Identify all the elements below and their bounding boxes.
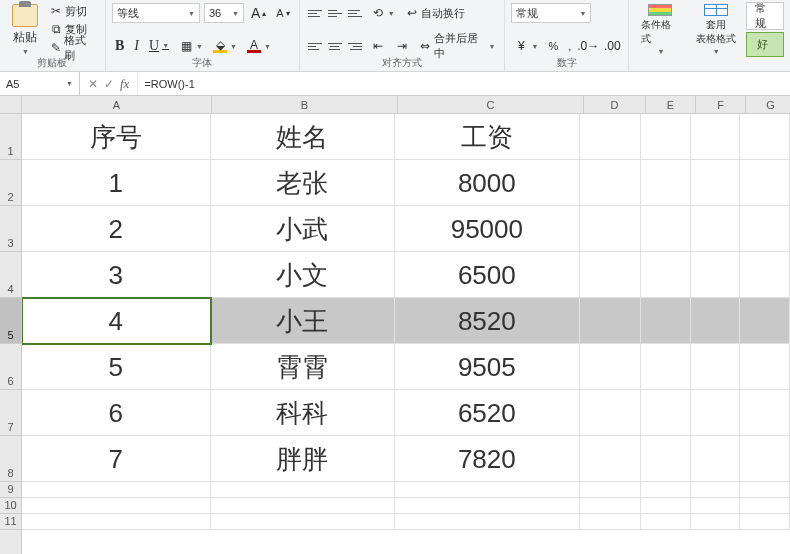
row-header-3[interactable]: 3: [0, 206, 21, 252]
border-button[interactable]: ▦ ▼: [176, 37, 206, 55]
cell-B7[interactable]: 科科: [211, 390, 396, 436]
percent-button[interactable]: %: [545, 37, 561, 55]
cell-A2[interactable]: 1: [22, 160, 211, 206]
cell-E4[interactable]: [641, 252, 691, 298]
column-header-B[interactable]: B: [212, 96, 398, 113]
align-middle-button[interactable]: [326, 5, 344, 21]
cell-E7[interactable]: [641, 390, 691, 436]
cell-D7[interactable]: [580, 390, 642, 436]
conditional-format-button[interactable]: 条件格式 ▼: [635, 2, 685, 57]
cell-C8[interactable]: 7820: [395, 436, 580, 482]
cell-E5[interactable]: [641, 298, 691, 344]
cell-C6[interactable]: 9505: [395, 344, 580, 390]
cell-G11[interactable]: [740, 514, 790, 530]
cell-C9[interactable]: [395, 482, 580, 498]
increase-decimal-button[interactable]: .0→: [578, 37, 598, 55]
cancel-formula-icon[interactable]: ✕: [88, 77, 98, 91]
cell-D11[interactable]: [580, 514, 642, 530]
cell-A6[interactable]: 5: [22, 344, 211, 390]
row-header-8[interactable]: 8: [0, 436, 21, 482]
row-header-1[interactable]: 1: [0, 114, 21, 160]
column-header-C[interactable]: C: [398, 96, 584, 113]
cell-A8[interactable]: 7: [22, 436, 211, 482]
cell-F5[interactable]: [691, 298, 741, 344]
align-top-button[interactable]: [306, 5, 324, 21]
cell-F2[interactable]: [691, 160, 741, 206]
cell-E10[interactable]: [641, 498, 691, 514]
row-header-2[interactable]: 2: [0, 160, 21, 206]
cell-F1[interactable]: [691, 114, 741, 160]
decrease-font-button[interactable]: A ▾: [273, 4, 292, 22]
cell-F7[interactable]: [691, 390, 741, 436]
cell-C11[interactable]: [395, 514, 580, 530]
cell-C2[interactable]: 8000: [395, 160, 580, 206]
row-header-5[interactable]: 5: [0, 298, 21, 344]
cell-A4[interactable]: 3: [22, 252, 211, 298]
cell-G2[interactable]: [740, 160, 790, 206]
cell-G1[interactable]: [740, 114, 790, 160]
cell-D8[interactable]: [580, 436, 642, 482]
cell-E9[interactable]: [641, 482, 691, 498]
cell-E1[interactable]: [641, 114, 691, 160]
cell-G7[interactable]: [740, 390, 790, 436]
cell-E6[interactable]: [641, 344, 691, 390]
wrap-text-button[interactable]: ↩ 自动换行: [402, 4, 468, 22]
align-bottom-button[interactable]: [346, 5, 364, 21]
cell-G5[interactable]: [740, 298, 790, 344]
cell-E3[interactable]: [641, 206, 691, 252]
cell-style-normal[interactable]: 常规: [746, 2, 784, 30]
cell-A11[interactable]: [22, 514, 211, 530]
cell-style-good[interactable]: 好: [746, 32, 784, 57]
cell-G4[interactable]: [740, 252, 790, 298]
cell-G6[interactable]: [740, 344, 790, 390]
cell-G10[interactable]: [740, 498, 790, 514]
cell-F9[interactable]: [691, 482, 741, 498]
cell-B4[interactable]: 小文: [211, 252, 396, 298]
comma-button[interactable]: ,: [565, 37, 574, 55]
row-header-6[interactable]: 6: [0, 344, 21, 390]
cell-E2[interactable]: [641, 160, 691, 206]
cell-B6[interactable]: 霄霄: [211, 344, 396, 390]
row-header-11[interactable]: 11: [0, 514, 21, 530]
fill-color-button[interactable]: ⬙ ▼: [210, 37, 240, 55]
column-header-G[interactable]: G: [746, 96, 790, 113]
increase-font-button[interactable]: A ▴: [248, 4, 269, 22]
accept-formula-icon[interactable]: ✓: [104, 77, 114, 91]
cell-D1[interactable]: [580, 114, 642, 160]
underline-button[interactable]: U ▼: [146, 37, 172, 55]
cell-D9[interactable]: [580, 482, 642, 498]
select-all-corner[interactable]: [0, 96, 22, 114]
row-header-9[interactable]: 9: [0, 482, 21, 498]
font-size-select[interactable]: 36 ▼: [204, 3, 244, 23]
cell-F10[interactable]: [691, 498, 741, 514]
cell-C10[interactable]: [395, 498, 580, 514]
number-format-select[interactable]: 常规 ▼: [511, 3, 591, 23]
cell-B2[interactable]: 老张: [211, 160, 396, 206]
row-header-7[interactable]: 7: [0, 390, 21, 436]
bold-button[interactable]: B: [112, 37, 127, 55]
cell-A10[interactable]: [22, 498, 211, 514]
cells-area[interactable]: 序号姓名工资1老张80002小武950003小文65004小王85205霄霄95…: [22, 114, 790, 530]
cell-A1[interactable]: 序号: [22, 114, 211, 160]
formula-input[interactable]: =ROW()-1: [138, 76, 790, 92]
italic-button[interactable]: I: [131, 37, 142, 55]
name-box[interactable]: A5 ▼: [0, 72, 80, 95]
cell-B8[interactable]: 胖胖: [211, 436, 396, 482]
cell-B5[interactable]: 小王: [211, 298, 396, 344]
cell-C1[interactable]: 工资: [395, 114, 580, 160]
cell-D4[interactable]: [580, 252, 642, 298]
cell-B10[interactable]: [211, 498, 396, 514]
font-color-button[interactable]: A ▼: [244, 37, 274, 55]
cell-A5[interactable]: 4: [22, 298, 211, 344]
cell-E11[interactable]: [641, 514, 691, 530]
cell-A3[interactable]: 2: [22, 206, 211, 252]
cell-F3[interactable]: [691, 206, 741, 252]
decrease-decimal-button[interactable]: .00: [602, 37, 622, 55]
cut-button[interactable]: ✂ 剪切: [46, 2, 99, 20]
cell-D10[interactable]: [580, 498, 642, 514]
cell-C3[interactable]: 95000: [395, 206, 580, 252]
cell-E8[interactable]: [641, 436, 691, 482]
column-header-D[interactable]: D: [584, 96, 646, 113]
cell-B9[interactable]: [211, 482, 396, 498]
align-right-button[interactable]: [346, 38, 364, 54]
